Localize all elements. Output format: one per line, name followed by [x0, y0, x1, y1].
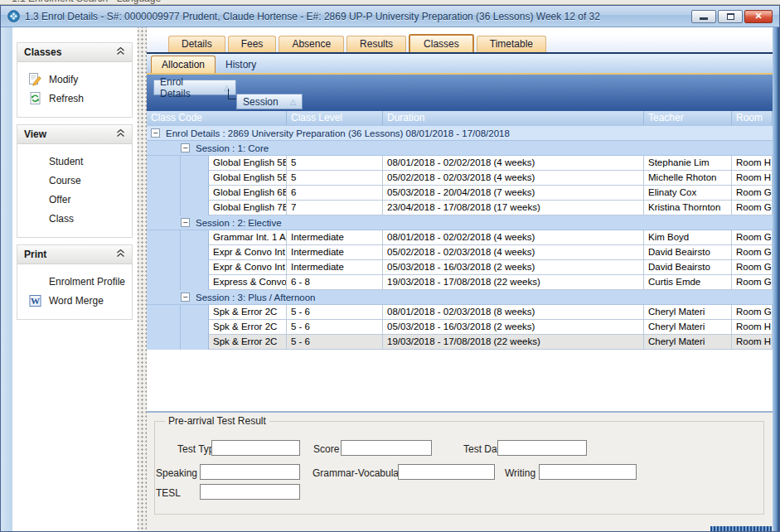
grid-cell-class-level: 5: [287, 171, 383, 186]
grid-cell-duration: 05/02/2018 - 02/03/2018 (4 weeks): [383, 171, 644, 186]
tab-absence[interactable]: Absence: [279, 36, 344, 52]
grid-data-row[interactable]: Global English 5B508/01/2018 - 02/02/201…: [147, 156, 773, 171]
grid-cell-teacher: David Beairsto: [644, 245, 732, 260]
sidebar-item-offer[interactable]: Offer: [17, 190, 132, 209]
grid-group-label: Session : 2: Elective: [196, 218, 282, 228]
minimize-button[interactable]: [691, 10, 716, 23]
row-indent: [147, 186, 209, 201]
collapse-icon[interactable]: −: [181, 143, 190, 152]
grid-cell-room: Room G -: [732, 305, 773, 320]
sidebar-item-class[interactable]: Class: [17, 209, 132, 228]
sidebar-panel-header-view[interactable]: View: [17, 125, 132, 144]
grid-cell-duration: 05/02/2018 - 02/03/2018 (4 weeks): [383, 245, 644, 260]
chevron-up-double-icon: [116, 128, 125, 140]
grid-data-row[interactable]: Expr & Convo Int BIntermediate05/02/2018…: [147, 245, 773, 260]
left-margin-strip: [1, 27, 12, 531]
sidebar-item-enrolment-profile[interactable]: Enrolment Profile: [17, 272, 132, 291]
enrol-details-window: 1.3 Enrol Details - S#: 0000009977 Prude…: [0, 5, 780, 532]
subtab-allocation[interactable]: Allocation: [151, 56, 216, 73]
sidebar-panel-header-print[interactable]: Print: [17, 245, 132, 264]
grid-cell-class-level: 5 - 6: [287, 335, 383, 350]
grid-data-row[interactable]: Express & Convo II B6 - 819/03/2018 - 17…: [147, 275, 773, 290]
column-header-duration[interactable]: Duration: [383, 111, 644, 126]
sidebar-splitter[interactable]: [138, 27, 147, 531]
chevron-up-double-icon: [116, 249, 125, 260]
sidebar-panel-header-classes[interactable]: Classes: [17, 43, 132, 62]
grid-data-row[interactable]: Global English 7B723/04/2018 - 17/08/201…: [147, 201, 773, 215]
sidebar-panel-view: ViewStudentCourseOfferClass: [17, 124, 133, 238]
window-controls: ✕: [691, 10, 773, 23]
grid-cell-class-code: Global English 7B: [209, 201, 287, 215]
speaking-input[interactable]: [200, 464, 300, 480]
grid-cell-teacher: David Beairsto: [644, 260, 732, 275]
grid-cell-teacher: Cheryl Materi: [644, 335, 732, 350]
grid-group-label: Session : 3: Plus / Afternoon: [196, 293, 315, 302]
writing-label: Writing: [505, 467, 535, 479]
grid-cell-room: Room G -: [732, 260, 773, 275]
grid-group-row-session[interactable]: −Session : 1: Core: [147, 141, 773, 156]
tab-classes[interactable]: Classes: [409, 34, 474, 52]
row-indent: [147, 156, 209, 171]
column-header-room[interactable]: Room: [732, 111, 773, 126]
grid-data-row[interactable]: Grammar Int. 1 AIntermediate08/01/2018 -…: [147, 230, 773, 245]
grid-data-row[interactable]: Expr & Convo Int BIntermediate05/03/2018…: [147, 260, 773, 275]
score-input[interactable]: [341, 440, 432, 456]
sidebar-item-refresh[interactable]: Refresh: [17, 89, 132, 108]
grid-cell-duration: 08/01/2018 - 02/02/2018 (4 weeks): [383, 230, 644, 245]
sidebar-item-modify[interactable]: Modify: [17, 70, 132, 89]
sidebar-item-word-merge[interactable]: WWord Merge: [17, 291, 132, 310]
grid-cell-class-code: Spk & Error 2C: [209, 335, 287, 350]
grid-cell-class-code: Spk & Error 2C: [209, 320, 287, 335]
tab-timetable[interactable]: Timetable: [477, 36, 546, 52]
grammar-vocabulary-input[interactable]: [398, 464, 495, 480]
grid-group-row-session[interactable]: −Session : 3: Plus / Afternoon: [147, 290, 773, 305]
test-type-input[interactable]: [211, 440, 300, 456]
restore-button[interactable]: [718, 10, 743, 23]
grid-cell-class-level: 6 - 8: [287, 275, 383, 290]
sidebar-item-course[interactable]: Course: [17, 171, 132, 190]
grid-cell-teacher: Michelle Rhoton: [644, 171, 732, 186]
grid-group-label: Session : 1: Core: [196, 143, 269, 153]
icon-placeholder: [28, 212, 42, 225]
groupby-button-label: Enrol Details: [160, 76, 212, 99]
collapse-icon[interactable]: −: [151, 128, 160, 138]
close-button[interactable]: ✕: [744, 10, 773, 23]
row-indent: [147, 171, 209, 186]
test-date-input[interactable]: [497, 440, 587, 456]
tab-results[interactable]: Results: [346, 36, 406, 52]
row-indent: [147, 245, 209, 260]
sidebar-item-label: Word Merge: [49, 295, 104, 307]
writing-input[interactable]: [539, 464, 637, 480]
collapse-icon[interactable]: −: [181, 218, 190, 227]
resize-grip[interactable]: [710, 526, 772, 531]
sidebar-item-student[interactable]: Student: [17, 152, 132, 171]
subtab-history[interactable]: History: [216, 56, 266, 73]
tab-strip: DetailsFeesAbsenceResultsClassesTimetabl…: [147, 34, 773, 54]
tesl-input[interactable]: [200, 484, 300, 500]
word-icon: W: [28, 294, 42, 307]
grid-data-row[interactable]: Global English 6B605/03/2018 - 20/04/201…: [147, 186, 773, 201]
column-header-class-level[interactable]: Class Level: [287, 111, 383, 126]
groupby-session-button[interactable]: Session △: [236, 94, 303, 109]
modify-icon: [28, 73, 42, 86]
grid-group-row-session[interactable]: −Session : 2: Elective: [147, 215, 773, 230]
pre-arrival-test-panel: Pre-arrival Test Result Test Type Score …: [147, 411, 773, 531]
grid-cell-teacher: Stephanie Lim: [644, 156, 732, 171]
grid-data-row[interactable]: Spk & Error 2C5 - 619/03/2018 - 17/08/20…: [147, 335, 773, 350]
column-header-teacher[interactable]: Teacher: [644, 111, 732, 126]
tab-details[interactable]: Details: [168, 36, 225, 52]
icon-placeholder: [28, 155, 42, 168]
grid-group-row-enrol-details[interactable]: −Enrol Details : 2869 University Prepara…: [147, 126, 773, 141]
column-header-class-code[interactable]: Class Code: [147, 111, 287, 126]
grid-cell-class-level: 5 - 6: [287, 320, 383, 335]
grid-data-row[interactable]: Global English 5B505/02/2018 - 02/03/201…: [147, 171, 773, 186]
grid-cell-class-level: Intermediate: [287, 245, 383, 260]
grid-data-row[interactable]: Spk & Error 2C5 - 605/03/2018 - 16/03/20…: [147, 320, 773, 335]
grid-data-row[interactable]: Spk & Error 2C5 - 608/01/2018 - 02/03/20…: [147, 305, 773, 320]
sidebar: ClassesModifyRefreshViewStudentCourseOff…: [12, 27, 138, 531]
grid-cell-class-level: 7: [287, 201, 383, 215]
grid-group-label: Enrol Details : 2869 University Preparat…: [166, 128, 510, 138]
collapse-icon[interactable]: −: [181, 293, 190, 302]
tab-fees[interactable]: Fees: [228, 36, 277, 52]
groupby-enrol-details-button[interactable]: Enrol Details △: [153, 80, 236, 95]
